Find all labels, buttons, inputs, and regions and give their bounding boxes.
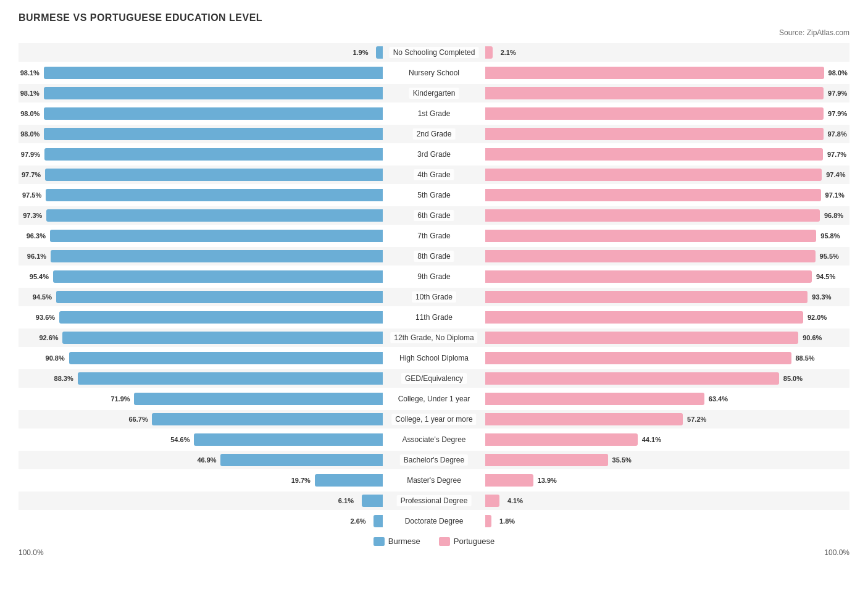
right-bar-section: 98.0%	[485, 64, 849, 82]
blue-bar-label: 92.6%	[39, 334, 58, 341]
left-bar-section: 95.4%	[19, 267, 383, 286]
pink-bar: 85.0%	[485, 372, 779, 385]
blue-bar-label: 71.9%	[111, 395, 130, 403]
pink-bar-label: 94.5%	[816, 273, 835, 280]
legend-portuguese: Portuguese	[439, 537, 495, 546]
left-bar-section: 97.5%	[19, 186, 383, 204]
left-bar-section: 97.9%	[19, 145, 383, 164]
bar-row: 97.5%97.1%5th Grade	[19, 186, 849, 204]
row-center-label: 8th Grade	[414, 251, 454, 262]
row-center-label: College, 1 year or more	[391, 414, 476, 425]
pink-bar-label: 98.0%	[828, 69, 848, 77]
row-center-label: Doctorate Degree	[401, 516, 467, 527]
pink-bar: 97.9%	[485, 87, 824, 99]
pink-bar-label: 57.2%	[687, 416, 706, 423]
bar-row: 1.9%2.1%No Schooling Completed	[19, 43, 849, 62]
row-center-label: GED/Equivalency	[401, 373, 467, 384]
pink-bar: 88.5%	[485, 352, 791, 364]
right-bar-section: 94.5%	[485, 267, 849, 286]
pink-bar: 1.8%	[485, 515, 491, 527]
burmese-legend-label: Burmese	[388, 537, 420, 546]
bar-row: 98.1%97.9%Kindergarten	[19, 84, 849, 102]
blue-bar: 54.6%	[194, 433, 383, 446]
blue-bar-label: 66.7%	[128, 416, 148, 423]
bar-row: 71.9%63.4%College, Under 1 year	[19, 390, 849, 408]
pink-bar-label: 96.8%	[824, 212, 843, 219]
blue-bar-label: 88.3%	[54, 375, 73, 382]
blue-bar: 98.1%	[44, 67, 383, 79]
bar-row: 95.4%94.5%9th Grade	[19, 267, 849, 286]
bar-row: 96.3%95.8%7th Grade	[19, 227, 849, 245]
pink-bar: 13.9%	[485, 474, 533, 487]
pink-bar: 2.1%	[485, 46, 493, 59]
right-bar-section: 57.2%	[485, 410, 849, 429]
blue-bar: 98.0%	[44, 128, 383, 140]
pink-bar-label: 85.0%	[783, 375, 803, 382]
pink-bar-label: 35.5%	[612, 456, 632, 464]
pink-bar-label: 2.1%	[501, 49, 516, 56]
left-bar-section: 98.1%	[19, 84, 383, 102]
bar-row: 2.6%1.8%Doctorate Degree	[19, 512, 849, 530]
row-center-label: 10th Grade	[412, 291, 456, 303]
blue-bar: 97.3%	[46, 209, 383, 222]
pink-bar: 35.5%	[485, 454, 608, 466]
right-bar-section: 88.5%	[485, 349, 849, 367]
blue-bar: 66.7%	[152, 413, 383, 425]
pink-bar: 97.8%	[485, 128, 824, 140]
left-bar-section: 98.0%	[19, 125, 383, 143]
pink-bar: 97.9%	[485, 107, 824, 120]
blue-bar: 88.3%	[78, 372, 383, 385]
blue-bar: 2.6%	[373, 515, 383, 527]
pink-bar-label: 95.8%	[820, 232, 840, 240]
row-center-label: 11th Grade	[412, 312, 456, 323]
row-center-label: Bachelor's Degree	[400, 454, 468, 466]
right-bar-section: 90.6%	[485, 328, 849, 347]
source-label: Source: ZipAtlas.com	[19, 28, 849, 37]
blue-bar-label: 98.1%	[20, 90, 40, 97]
right-bar-section: 85.0%	[485, 369, 849, 388]
blue-bar: 98.1%	[44, 87, 383, 99]
pink-bar: 57.2%	[485, 413, 683, 425]
bar-row: 97.7%97.4%4th Grade	[19, 165, 849, 184]
blue-bar: 95.4%	[53, 270, 383, 283]
pink-bar-label: 4.1%	[507, 497, 523, 504]
blue-bar-label: 90.8%	[46, 354, 65, 362]
pink-bar: 92.0%	[485, 311, 803, 324]
axis-right: 100.0%	[824, 548, 849, 557]
left-bar-section: 96.3%	[19, 227, 383, 245]
chart-title: BURMESE VS PORTUGUESE EDUCATION LEVEL	[19, 12, 849, 23]
portuguese-legend-box	[439, 537, 450, 546]
legend-burmese: Burmese	[373, 537, 420, 546]
portuguese-legend-label: Portuguese	[454, 537, 495, 546]
blue-bar: 19.7%	[315, 474, 383, 487]
legend: Burmese Portuguese	[19, 537, 849, 546]
right-bar-section: 2.1%	[485, 43, 849, 62]
blue-bar-label: 98.0%	[20, 130, 40, 138]
left-bar-section: 2.6%	[19, 512, 383, 530]
blue-bar: 46.9%	[220, 454, 383, 466]
right-bar-section: 1.8%	[485, 512, 849, 530]
blue-bar-label: 96.3%	[27, 232, 46, 240]
right-bar-section: 97.9%	[485, 104, 849, 123]
row-center-label: 9th Grade	[414, 271, 454, 282]
blue-bar-label: 94.5%	[33, 293, 52, 301]
blue-bar-label: 97.5%	[22, 191, 41, 199]
left-bar-section: 97.3%	[19, 206, 383, 225]
pink-bar: 63.4%	[485, 393, 704, 405]
blue-bar: 97.5%	[46, 189, 383, 201]
pink-bar: 4.1%	[485, 495, 499, 507]
pink-bar: 95.8%	[485, 230, 816, 242]
row-center-label: No Schooling Completed	[390, 47, 479, 58]
left-bar-section: 97.7%	[19, 165, 383, 184]
blue-bar-label: 54.6%	[170, 436, 190, 443]
blue-bar: 1.9%	[376, 46, 383, 59]
blue-bar-label: 97.7%	[22, 171, 41, 178]
left-bar-section: 90.8%	[19, 349, 383, 367]
right-bar-section: 97.4%	[485, 165, 849, 184]
blue-bar: 97.7%	[45, 169, 383, 181]
bar-row: 19.7%13.9%Master's Degree	[19, 471, 849, 490]
blue-bar-label: 97.3%	[23, 212, 42, 219]
left-bar-section: 88.3%	[19, 369, 383, 388]
bar-row: 98.0%97.8%2nd Grade	[19, 125, 849, 143]
pink-bar-label: 88.5%	[795, 354, 814, 362]
